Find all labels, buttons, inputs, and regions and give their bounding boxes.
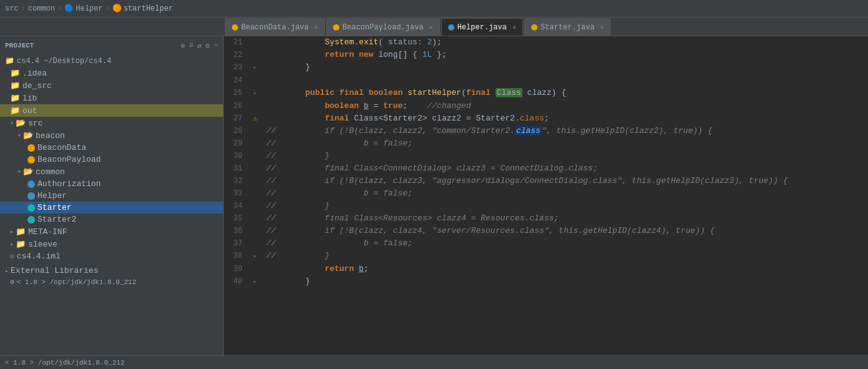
root-icon: 📁 bbox=[5, 56, 14, 66]
code-line-33: 33 // b = false; bbox=[224, 187, 868, 200]
code-line-35: 35 // final Class<Resources> clazz4 = Re… bbox=[224, 212, 868, 225]
sidebar-item-out[interactable]: 📁 out bbox=[0, 104, 223, 117]
code-line-30: 30 // } bbox=[224, 150, 868, 162]
breadcrumb-common[interactable]: common bbox=[28, 4, 55, 13]
code-line-32: 32 // if (!B(clazz, clazz3, "aggressor/d… bbox=[224, 175, 868, 187]
fold-icon-40[interactable]: ▸ bbox=[253, 278, 257, 285]
common-arrow: ▾ bbox=[17, 168, 21, 175]
tab-close-beacondata[interactable]: ✕ bbox=[314, 24, 318, 31]
line-code-37: // b = false; bbox=[261, 237, 868, 250]
line-num-26: 26 bbox=[224, 100, 249, 112]
line-num-36: 36 bbox=[224, 225, 249, 237]
tab-label-beacondata: BeaconData.java bbox=[241, 23, 309, 32]
sidebar-icon-split[interactable]: ⇄ bbox=[197, 41, 201, 51]
out-folder-icon: 📁 bbox=[10, 106, 20, 116]
sidebar-icon-settings[interactable]: ⚙ bbox=[206, 41, 210, 51]
line-num-30: 30 bbox=[224, 150, 249, 162]
gutter-33 bbox=[249, 187, 261, 200]
tab-label-beaconpayload: BeaconPayload.java bbox=[342, 23, 424, 32]
beacondata-dot bbox=[27, 144, 35, 152]
code-editor[interactable]: 21 System.exit( status: 2); 22 return ne… bbox=[224, 36, 868, 355]
tab-beacondata[interactable]: BeaconData.java ✕ bbox=[225, 18, 325, 36]
sidebar-item-external-libs[interactable]: ▸ External Libraries bbox=[0, 265, 223, 277]
breadcrumb-helper-label[interactable]: Helper bbox=[76, 4, 102, 13]
fold-icon-38[interactable]: ▸ bbox=[253, 253, 257, 260]
tab-close-beaconpayload[interactable]: ✕ bbox=[429, 24, 433, 31]
src-label: src bbox=[28, 119, 42, 128]
tab-helper[interactable]: Helper.java ✕ bbox=[441, 18, 523, 36]
authorization-label: Authorization bbox=[37, 179, 101, 189]
sidebar-item-authorization[interactable]: Authorization bbox=[0, 178, 223, 190]
sidebar-item-starter[interactable]: Starter bbox=[0, 202, 223, 214]
sidebar-item-cs4iml[interactable]: ⚙ cs4.4.iml bbox=[0, 250, 223, 262]
line-code-26: boolean b = true; //changed bbox=[261, 100, 868, 112]
line-code-22: return new long[] { 1L }; bbox=[261, 49, 868, 61]
starter-dot bbox=[27, 204, 35, 212]
sidebar-item-sleeve[interactable]: ▸ 📁 sleeve bbox=[0, 238, 223, 250]
sidebar-item-metainf[interactable]: ▸ 📁 META-INF bbox=[0, 225, 223, 238]
beaconpayload-dot bbox=[27, 156, 35, 164]
gutter-25: ▸ bbox=[249, 87, 261, 100]
status-bar: < 1.8 > /opt/jdk/jdk1.8.0_212 bbox=[0, 355, 868, 369]
code-line-31: 31 // final Class<ConnectDialog> clazz3 … bbox=[224, 162, 868, 175]
sep1: › bbox=[21, 4, 26, 13]
desrc-folder-icon: 📁 bbox=[10, 81, 20, 91]
line-code-32: // if (!B(clazz, clazz3, "aggressor/dial… bbox=[261, 175, 868, 187]
tab-icon-beaconpayload bbox=[333, 24, 339, 31]
tab-icon-helper bbox=[448, 24, 454, 31]
line-code-31: // final Class<ConnectDialog> clazz3 = C… bbox=[261, 162, 868, 175]
tab-close-starter[interactable]: ✕ bbox=[600, 24, 604, 31]
line-num-33: 33 bbox=[224, 187, 249, 200]
tab-close-helper[interactable]: ✕ bbox=[512, 24, 516, 31]
sidebar-item-beacondata[interactable]: BeaconData bbox=[0, 142, 223, 154]
line-code-24 bbox=[261, 74, 868, 87]
line-code-36: // if (!B(clazz, clazz4, "server/Resourc… bbox=[261, 225, 868, 237]
sleeve-arrow: ▸ bbox=[10, 240, 14, 248]
sep2: › bbox=[57, 4, 62, 13]
sidebar-item-helper[interactable]: Helper bbox=[0, 190, 223, 202]
sidebar-item-desrc[interactable]: 📁 de_src bbox=[0, 79, 223, 92]
breadcrumb-src[interactable]: src bbox=[5, 4, 19, 13]
tab-starter[interactable]: Starter.java ✕ bbox=[524, 18, 611, 36]
sidebar-item-common[interactable]: ▾ 📂 common bbox=[0, 165, 223, 178]
fold-icon-23[interactable]: ▸ bbox=[253, 64, 257, 71]
cs4iml-icon: ⚙ bbox=[10, 252, 14, 260]
common-folder-icon: 📂 bbox=[23, 167, 33, 177]
sidebar-item-idea[interactable]: 📁 .idea bbox=[0, 67, 223, 79]
line-num-31: 31 bbox=[224, 162, 249, 175]
code-line-21: 21 System.exit( status: 2); bbox=[224, 36, 868, 49]
line-code-23: } bbox=[261, 61, 868, 74]
line-num-23: 23 bbox=[224, 61, 249, 74]
tab-beaconpayload[interactable]: BeaconPayload.java ✕ bbox=[326, 18, 440, 36]
sidebar-item-src[interactable]: ▾ 📂 src bbox=[0, 117, 223, 129]
sidebar-item-starter2[interactable]: Starter2 bbox=[0, 214, 223, 225]
beacon-arrow: ▾ bbox=[17, 132, 21, 139]
warn-icon-27: ⚠ bbox=[253, 115, 257, 122]
breadcrumb-bar: src › common › 🔵 Helper › 🟠 startHelper bbox=[0, 0, 868, 17]
sidebar-title: Project bbox=[5, 42, 34, 49]
line-num-34: 34 bbox=[224, 200, 249, 212]
src-arrow: ▾ bbox=[10, 119, 14, 127]
sidebar-item-lib[interactable]: 📁 lib bbox=[0, 92, 223, 104]
jdk-label: < 1.8 > /opt/jdk/jdk1.8.0_212 bbox=[17, 278, 136, 286]
sidebar-header: Project ⊕ ≡ ⇄ ⚙ − bbox=[0, 36, 223, 55]
gutter-30 bbox=[249, 150, 261, 162]
gutter-26 bbox=[249, 100, 261, 112]
line-num-21: 21 bbox=[224, 36, 249, 49]
sidebar-icon-globe[interactable]: ⊕ bbox=[181, 41, 185, 51]
jdk-icon: ⚙ bbox=[10, 278, 14, 286]
line-num-27: 27 bbox=[224, 112, 249, 125]
sidebar-item-beaconpayload[interactable]: BeaconPayload bbox=[0, 154, 223, 165]
gutter-29 bbox=[249, 137, 261, 150]
sidebar-icon-list[interactable]: ≡ bbox=[189, 41, 193, 51]
line-code-40: } bbox=[261, 275, 868, 288]
sidebar-icon-minus[interactable]: − bbox=[214, 41, 218, 51]
fold-icon-25[interactable]: ▸ bbox=[253, 90, 257, 97]
tab-label-starter: Starter.java bbox=[541, 23, 594, 32]
gutter-31 bbox=[249, 162, 261, 175]
sidebar-item-beacon[interactable]: ▾ 📂 beacon bbox=[0, 129, 223, 142]
src-folder-icon: 📂 bbox=[16, 118, 26, 128]
sidebar-item-jdk[interactable]: ⚙ < 1.8 > /opt/jdk/jdk1.8.0_212 bbox=[0, 277, 223, 287]
project-root[interactable]: 📁 cs4.4 ~/Desktop/cs4.4 bbox=[0, 55, 223, 67]
gutter-23: ▸ bbox=[249, 61, 261, 74]
